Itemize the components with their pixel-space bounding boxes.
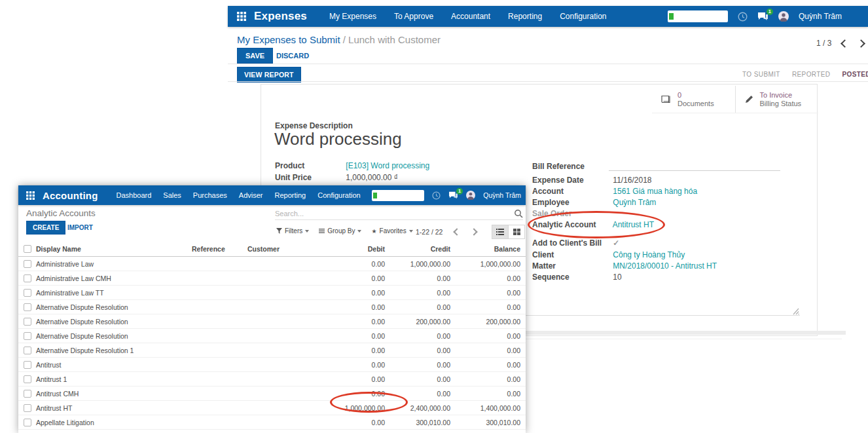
user-name[interactable]: Quỳnh Trâm: [483, 191, 521, 199]
expenses-menu-configuration[interactable]: Configuration: [560, 12, 606, 21]
header-display-name[interactable]: Display Name: [36, 245, 81, 253]
user-name[interactable]: Quỳnh Trâm: [799, 12, 842, 21]
list-view-button[interactable]: [492, 225, 509, 239]
expenses-menu-my-expenses[interactable]: My Expenses: [329, 12, 376, 21]
row-checkbox[interactable]: [24, 260, 31, 268]
accounting-menu-purchases[interactable]: Purchases: [193, 191, 227, 199]
table-row[interactable]: Antitrust 0.00 0.00 0.00: [18, 358, 526, 372]
bill-reference-input[interactable]: [609, 170, 780, 171]
cell-debit: 0.00: [313, 260, 385, 268]
pager-previous-icon[interactable]: [841, 39, 849, 48]
save-button[interactable]: SAVE: [237, 48, 273, 64]
resize-handle-icon[interactable]: [791, 308, 799, 315]
cell-credit: 0.00: [378, 332, 450, 340]
pager-previous-icon[interactable]: [454, 228, 461, 235]
avatar[interactable]: [466, 191, 475, 200]
import-button[interactable]: IMPORT: [67, 224, 93, 231]
expenses-menu-reporting[interactable]: Reporting: [508, 12, 542, 21]
table-row[interactable]: Antitrust 1 0.00 0.00 0.00: [18, 372, 526, 386]
header-customer[interactable]: Customer: [247, 245, 280, 253]
messages-icon[interactable]: 1: [757, 12, 769, 21]
search-input[interactable]: [275, 208, 514, 219]
accounting-menu-configuration[interactable]: Configuration: [317, 191, 360, 199]
row-checkbox[interactable]: [24, 419, 31, 426]
product-value-link[interactable]: [E103] Word processing: [346, 161, 429, 170]
add-to-bill-field: Add to Client's Bill ✓: [532, 238, 619, 248]
billing-status-stat-button[interactable]: To Invoice Billing Status: [735, 86, 819, 113]
header-balance[interactable]: Balance: [448, 245, 520, 253]
cell-debit: 0.00: [313, 318, 385, 326]
analytic-account-value-link[interactable]: Antitrust HT: [613, 220, 654, 229]
table-row[interactable]: Antitrust CMH 0.00 0.00 0.00: [18, 386, 526, 401]
create-button[interactable]: CREATE: [26, 221, 65, 235]
status-to-submit[interactable]: TO SUBMIT: [736, 71, 786, 78]
search-icon[interactable]: [514, 209, 523, 218]
expense-description-value[interactable]: Word processing: [274, 129, 402, 149]
accounting-menu-reporting[interactable]: Reporting: [275, 191, 306, 199]
row-checkbox[interactable]: [24, 289, 31, 297]
expenses-app-title[interactable]: Expenses: [254, 10, 307, 23]
table-row[interactable]: Appellate Litigation 0.00 300,010.00 300…: [18, 415, 526, 430]
table-row[interactable]: Alternative Dispute Resolution 0.00 200,…: [18, 314, 526, 329]
filters-dropdown[interactable]: Filters: [276, 227, 309, 235]
status-posted[interactable]: POSTED: [836, 71, 868, 78]
expense-date-value[interactable]: 11/16/2018: [613, 176, 651, 185]
select-all-checkbox[interactable]: [24, 245, 31, 253]
status-reported[interactable]: REPORTED: [786, 71, 837, 78]
group-by-dropdown[interactable]: Group By: [319, 227, 361, 235]
row-checkbox[interactable]: [24, 303, 31, 311]
accounting-menu-dashboard[interactable]: Dashboard: [117, 191, 152, 199]
row-checkbox[interactable]: [24, 347, 31, 354]
table-row[interactable]: Alternative Dispute Resolution 0.00 0.00…: [18, 300, 526, 314]
kanban-view-button[interactable]: [509, 225, 525, 239]
record-pager: 1 / 3: [816, 39, 864, 48]
messages-icon[interactable]: 1: [448, 191, 458, 199]
table-row[interactable]: Administrative Law TT 0.00 0.00 0.00: [18, 286, 526, 300]
clock-icon[interactable]: [432, 191, 441, 200]
row-checkbox[interactable]: [24, 404, 31, 412]
header-credit[interactable]: Credit: [378, 245, 450, 253]
row-checkbox[interactable]: [24, 375, 31, 383]
unit-price-field: Unit Price 1,000,000.00 ₫: [275, 173, 398, 182]
unit-price-value[interactable]: 1,000,000.00 ₫: [346, 173, 398, 182]
row-checkbox[interactable]: [24, 318, 31, 326]
sequence-value[interactable]: 10: [613, 273, 621, 282]
page-title: Analytic Accounts: [26, 208, 96, 218]
timer-widget[interactable]: [668, 10, 728, 22]
accounting-app-title[interactable]: Accounting: [43, 190, 98, 201]
row-checkbox[interactable]: [24, 390, 31, 398]
table-row[interactable]: Administrative Law 0.00 1,000,000.00 1,0…: [18, 257, 526, 271]
client-value-link[interactable]: Công ty Hoàng Thủy: [613, 250, 685, 259]
table-row[interactable]: Antitrust HT 1,000,000.00 2,400,000.00 1…: [18, 401, 526, 415]
breadcrumb-parent-link[interactable]: My Expenses to Submit: [237, 34, 340, 45]
documents-count: 0: [678, 91, 681, 99]
table-row[interactable]: Administrative Law CMH 0.00 0.00 0.00: [18, 271, 526, 286]
table-row[interactable]: Alternative Dispute Resolution 0.00 0.00…: [18, 329, 526, 343]
row-checkbox[interactable]: [24, 361, 31, 369]
row-checkbox[interactable]: [24, 274, 31, 282]
view-report-button[interactable]: VIEW REPORT: [237, 67, 301, 83]
documents-stat-button[interactable]: 0 Documents: [652, 86, 735, 113]
header-reference[interactable]: Reference: [192, 245, 225, 253]
apps-grid-icon[interactable]: [237, 12, 246, 21]
pager-next-icon[interactable]: [471, 228, 478, 235]
search-bar: [275, 208, 523, 220]
favorites-dropdown[interactable]: ★ Favorites: [371, 227, 412, 235]
discard-button[interactable]: DISCARD: [276, 52, 309, 60]
expenses-menu-accountant[interactable]: Accountant: [451, 12, 490, 21]
row-checkbox[interactable]: [24, 332, 31, 340]
accounting-menu-sales[interactable]: Sales: [163, 191, 181, 199]
apps-grid-icon[interactable]: [26, 191, 35, 200]
table-row[interactable]: Alternative Dispute Resolution 1 0.00 0.…: [18, 343, 526, 358]
pager-next-icon[interactable]: [857, 39, 865, 48]
expenses-menu-to-approve[interactable]: To Approve: [394, 12, 433, 21]
header-debit[interactable]: Debit: [313, 245, 385, 253]
timer-widget[interactable]: [372, 190, 424, 201]
clock-icon[interactable]: [738, 12, 748, 22]
avatar[interactable]: [778, 11, 789, 22]
accounting-menu-adviser[interactable]: Adviser: [239, 191, 263, 199]
account-value-link[interactable]: 1561 Giá mua hàng hóa: [613, 187, 697, 196]
employee-value-link[interactable]: Quỳnh Trâm: [613, 198, 656, 207]
matter-value-link[interactable]: MN/2018/00010 - Antitrust HT: [613, 261, 717, 271]
add-to-bill-checkbox[interactable]: ✓: [613, 238, 619, 248]
